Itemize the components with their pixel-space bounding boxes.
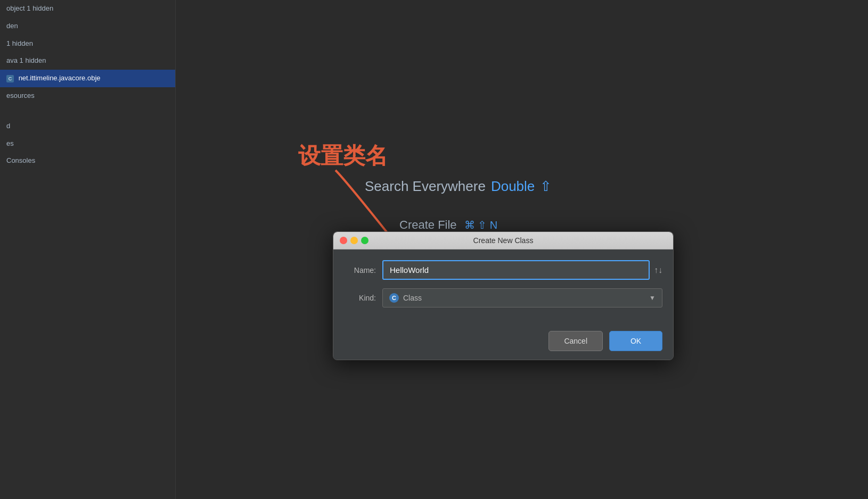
- dialog-title: Create New Class: [473, 236, 534, 245]
- titlebar-buttons: [340, 237, 369, 244]
- minimize-button[interactable]: [350, 237, 358, 244]
- kind-class-icon: C: [389, 293, 399, 303]
- cancel-button[interactable]: Cancel: [548, 331, 603, 351]
- create-file-hint: Create File ⌘ ⇧ N: [399, 218, 497, 232]
- shortcut-icon: ⌘ ⇧ N: [464, 219, 498, 231]
- search-everywhere-label: Search Everywhere: [365, 178, 486, 195]
- name-row: Name: ↑↓: [344, 260, 662, 280]
- close-button[interactable]: [340, 237, 347, 244]
- sidebar-item-1-label: den: [6, 22, 18, 30]
- create-file-label: Create File: [399, 218, 457, 231]
- sidebar-item-9-label: es: [6, 139, 14, 147]
- sidebar-item-5-label: esources: [6, 92, 35, 99]
- sidebar-item-4-label: net.ittimeline.javacore.obje: [19, 74, 101, 82]
- sidebar-item-3[interactable]: ava 1 hidden: [0, 52, 175, 70]
- sidebar-item-8-label: d: [6, 122, 10, 130]
- sidebar-item-0[interactable]: object 1 hidden: [0, 0, 175, 18]
- name-label: Name:: [344, 266, 376, 275]
- kind-value: Class: [403, 294, 422, 302]
- class-icon: C: [6, 75, 14, 82]
- kind-label: Kind:: [344, 294, 376, 302]
- dialog-buttons: Cancel OK: [333, 327, 673, 360]
- search-everywhere-row: Search Everywhere Double ⇧: [365, 178, 552, 195]
- dropdown-arrow-icon: ▼: [649, 294, 656, 302]
- main-area: 设置类名 Search Everywhere Double ⇧ Create F…: [176, 0, 868, 499]
- create-new-class-dialog: Create New Class Name: ↑↓ Kind: C Class …: [333, 231, 674, 360]
- sidebar-item-consoles-label: Consoles: [6, 156, 35, 164]
- sidebar-item-2[interactable]: 1 hidden: [0, 35, 175, 53]
- name-input[interactable]: [382, 260, 650, 280]
- sidebar-item-3-label: ava 1 hidden: [6, 56, 46, 64]
- sidebar-item-7[interactable]: [0, 111, 175, 118]
- kind-row: Kind: C Class ▼: [344, 288, 662, 307]
- ok-button[interactable]: OK: [609, 331, 662, 351]
- dialog-body: Name: ↑↓ Kind: C Class ▼: [333, 250, 673, 327]
- shift-symbol: ⇧: [540, 178, 552, 195]
- sidebar-item-4[interactable]: C net.ittimeline.javacore.obje: [0, 70, 175, 87]
- annotation-text: 设置类名: [298, 141, 388, 171]
- kind-select[interactable]: C Class ▼: [382, 288, 662, 307]
- sidebar-item-1[interactable]: den: [0, 18, 175, 35]
- maximize-button[interactable]: [361, 237, 369, 244]
- sidebar-item-6[interactable]: [0, 105, 175, 111]
- sidebar-item-9[interactable]: es: [0, 135, 175, 153]
- dialog-titlebar: Create New Class: [333, 232, 673, 250]
- double-label: Double: [491, 178, 535, 195]
- sidebar-item-8[interactable]: d: [0, 118, 175, 135]
- sidebar-item-0-label: object 1 hidden: [6, 4, 53, 12]
- sidebar-item-5[interactable]: esources: [0, 87, 175, 105]
- sidebar-item-2-label: 1 hidden: [6, 39, 33, 47]
- sidebar: object 1 hidden den 1 hidden ava 1 hidde…: [0, 0, 176, 499]
- sidebar-item-consoles[interactable]: Consoles: [0, 152, 175, 170]
- sort-icon[interactable]: ↑↓: [654, 265, 662, 275]
